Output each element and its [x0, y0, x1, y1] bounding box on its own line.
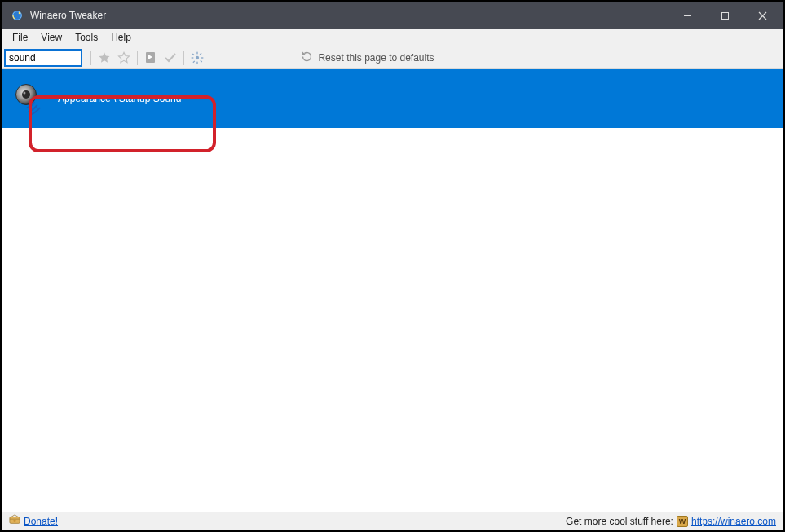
window-title: Winaero Tweaker: [30, 10, 668, 21]
titlebar: Winaero Tweaker: [2, 2, 783, 29]
speaker-icon: [14, 82, 46, 115]
maximize-button[interactable]: [706, 2, 743, 29]
window-controls: [668, 2, 781, 29]
svg-rect-14: [200, 59, 202, 62]
flag-icon[interactable]: [143, 50, 159, 66]
svg-point-2: [19, 12, 21, 15]
app-window: Winaero Tweaker File View Tools Help: [0, 0, 785, 532]
statusbar: Donate! Get more cool stuff here: W http…: [2, 512, 783, 530]
svg-rect-9: [196, 51, 197, 54]
menu-file[interactable]: File: [6, 30, 34, 45]
winaero-badge-icon: W: [677, 516, 688, 527]
svg-rect-4: [721, 12, 728, 19]
search-result-item[interactable]: Appearance \ Startup Sound: [2, 69, 783, 128]
svg-rect-13: [192, 53, 195, 55]
svg-point-19: [23, 91, 25, 94]
donate-link[interactable]: Donate!: [24, 516, 58, 527]
donate-icon: [9, 514, 20, 528]
svg-point-18: [22, 90, 30, 99]
toolbar-separator: [137, 51, 138, 65]
menu-help[interactable]: Help: [104, 30, 138, 45]
menu-tools[interactable]: Tools: [68, 30, 104, 45]
promo-text: Get more cool stuff here:: [566, 516, 673, 527]
status-promo: Get more cool stuff here: W https://wina…: [566, 516, 776, 527]
svg-point-0: [12, 11, 22, 20]
reset-label: Reset this page to defaults: [318, 52, 434, 64]
svg-point-21: [13, 520, 16, 523]
svg-rect-11: [192, 57, 194, 58]
close-button[interactable]: [743, 2, 781, 29]
content-area: Appearance \ Startup Sound: [2, 69, 783, 512]
svg-rect-15: [200, 52, 202, 55]
search-result-label: Appearance \ Startup Sound: [58, 93, 181, 104]
menubar: File View Tools Help: [2, 29, 783, 46]
favorite-outline-icon[interactable]: [116, 50, 132, 66]
favorite-solid-icon[interactable]: [96, 50, 112, 66]
minimize-button[interactable]: [668, 2, 706, 29]
donate-link-wrap: Donate!: [9, 514, 58, 528]
svg-rect-16: [192, 60, 195, 63]
svg-rect-10: [196, 61, 197, 64]
search-input[interactable]: [4, 49, 82, 67]
reset-icon: [301, 51, 313, 65]
app-icon: [11, 9, 24, 22]
svg-rect-12: [201, 57, 204, 58]
toolbar-separator: [90, 51, 91, 65]
svg-point-8: [196, 55, 199, 59]
gear-icon[interactable]: [189, 50, 205, 66]
toolbar: Reset this page to defaults: [2, 46, 783, 69]
content-blank: [2, 128, 783, 512]
reset-defaults[interactable]: Reset this page to defaults: [301, 51, 434, 65]
menu-view[interactable]: View: [34, 30, 68, 45]
check-icon[interactable]: [162, 50, 179, 66]
promo-link[interactable]: https://winaero.com: [691, 516, 776, 527]
toolbar-separator: [183, 51, 184, 65]
